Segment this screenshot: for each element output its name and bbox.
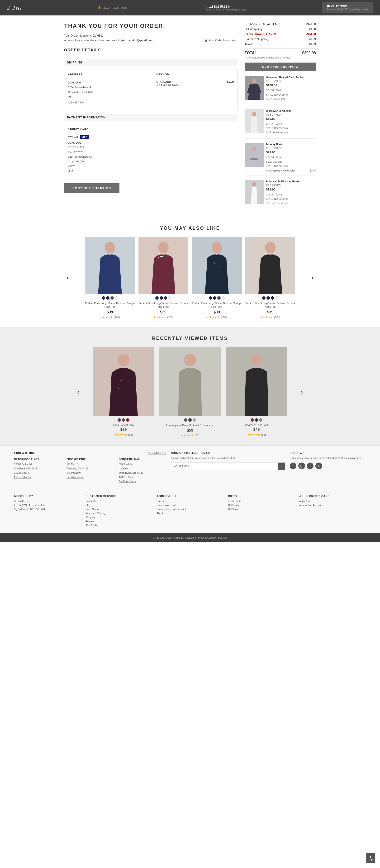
store-1-name: BEACHWOOD PLACE — [14, 457, 62, 462]
view-all-stores-link[interactable]: View All Stores > — [148, 452, 166, 455]
swatch-r1-1[interactable] — [117, 418, 121, 422]
swatch-r3-2[interactable] — [255, 418, 258, 422]
email-input[interactable] — [171, 463, 278, 470]
follow-title: FOLLOW US — [290, 452, 366, 455]
swatch-3-2[interactable] — [213, 296, 216, 300]
product-2-image — [138, 237, 188, 294]
footer-bottom: © The J.Jill Group. All Rights Reserved.… — [0, 533, 380, 542]
footer-nav-egift[interactable]: E-Gift Cards — [228, 500, 295, 502]
swatch-4-2[interactable] — [267, 296, 270, 300]
swatch-r2-3[interactable] — [193, 418, 196, 422]
product-card-2[interactable]: Perfect Pima Long-Sleeve Delicate Scoop-… — [138, 237, 188, 319]
svg-point-23 — [120, 379, 122, 381]
carousel-next-button[interactable]: › — [309, 272, 316, 284]
footer-nav-compassion[interactable]: Compassion Fund — [157, 504, 223, 506]
swatch-2-1[interactable] — [155, 296, 159, 300]
review-count-r1: (52) — [128, 433, 133, 436]
recently-card-2[interactable]: Lorem Ipsum Dolor Sit Amet Consectetur $… — [159, 347, 221, 437]
footer-nav-faqs[interactable]: FAQs — [85, 504, 152, 506]
privacy-link[interactable]: Privacy & Security — [197, 536, 216, 539]
recently-2-swatches — [159, 418, 221, 422]
store-3-directions[interactable]: Get Directions > — [119, 479, 166, 484]
swatch-4-4[interactable] — [275, 296, 278, 300]
swatch-r1-2[interactable] — [122, 418, 125, 422]
footer-nav-item-phone[interactable]: 📞 Call us at 1.888.555.1234 — [14, 508, 81, 510]
cc-name: JOHN DOE — [68, 141, 132, 145]
footer-nav-apply[interactable]: Apply Now — [299, 500, 366, 502]
swatch-4-3[interactable] — [271, 296, 274, 300]
swatch-2-3[interactable] — [164, 296, 167, 300]
swatch-2-4[interactable] — [168, 296, 171, 300]
store-2-directions[interactable]: Get Directions > — [67, 475, 114, 479]
method-content: STANDARD 4-7 Business Days — [157, 81, 178, 86]
swatch-3-4[interactable] — [221, 296, 225, 300]
swatch-r1-3[interactable] — [126, 418, 130, 422]
footer-nav-order-status[interactable]: Order Status — [85, 508, 152, 510]
svg-point-20 — [265, 242, 276, 253]
product-card-3[interactable]: Perfect Pima Long-Sleeve Delicate Scoop-… — [192, 237, 242, 319]
email-submit-button[interactable]: › — [278, 463, 285, 470]
footer-nav-about[interactable]: About Us — [157, 512, 223, 515]
pinterest-icon[interactable]: p — [315, 463, 322, 469]
gift-note: A gift receipt will be included with thi… — [245, 56, 316, 59]
recently-1-name: Long Perfect Tank — [93, 424, 154, 426]
store-1-directions[interactable]: Get Directions > — [14, 475, 62, 479]
footer-nav-returns[interactable]: Returns — [85, 520, 152, 523]
swatch-1-4[interactable] — [115, 296, 118, 300]
facebook-icon[interactable]: f — [290, 463, 297, 469]
continue-shopping-button-left[interactable]: CONTINUE SHOPPING — [64, 183, 119, 193]
swatch-3-1[interactable] — [209, 296, 212, 300]
payment-section: PAYMENT INFORMATION CREDIT CARD ****4573… — [64, 114, 238, 177]
phone-number[interactable]: 1.888.555.1234 — [209, 5, 231, 8]
footer-nav-account[interactable]: Access Your Account — [299, 504, 366, 506]
recently-prev-button[interactable]: ‹ — [75, 386, 82, 398]
item-4-info: Pointe Knit Slim-Leg Pants RESERVED $79.… — [266, 180, 316, 206]
swatch-4-1[interactable] — [262, 296, 266, 300]
store-1: BEACHWOOD PLACE 26300 Cedar Rd. Clevelan… — [14, 457, 62, 484]
carousel-prev-button[interactable]: ‹ — [64, 272, 71, 284]
swatch-1-3[interactable] — [110, 296, 114, 300]
swatch-2-2[interactable] — [160, 296, 163, 300]
left-content: THANK YOU FOR YOUR ORDER! Your Order Num… — [64, 23, 238, 210]
item-1-info: Wearever Pleated-Back Jacket RESERVED $1… — [266, 76, 316, 101]
product-card-1[interactable]: Perfect Pima Long-Sleeve Delicate Scoop-… — [85, 237, 135, 319]
twitter-icon[interactable]: t — [307, 463, 313, 469]
address-box: ADDRESS JOHN DOE 1234 Somewhere St. Croy… — [64, 69, 149, 109]
recently-card-3[interactable]: Wearever Long Tank $49 ★★★★★ (52) — [226, 347, 287, 437]
footer-nav-giftcards[interactable]: Gift Cards — [228, 504, 295, 506]
stars-icon-1: ★★★★★ — [100, 316, 113, 319]
swatch-1-1[interactable] — [102, 296, 105, 300]
footer-nav-careers[interactable]: Careers — [157, 500, 223, 502]
swatch-r2-2[interactable] — [188, 418, 192, 422]
recently-card-1[interactable]: Long Perfect Tank $29 ★★★★★ (52) — [93, 347, 154, 437]
item-4-details: COLOR: White STYLE NO: 15086W SIZE: Miss… — [266, 193, 316, 206]
swatch-r3-3[interactable] — [259, 418, 263, 422]
footer-nav-size-guide[interactable]: Size Guide — [85, 524, 152, 527]
product-3-name: Perfect Pima Long-Sleeve Delicate Scoop-… — [192, 302, 242, 309]
continue-shopping-button-sidebar[interactable]: CONTINUE SHOPPING — [245, 63, 316, 71]
swatch-r2-1[interactable] — [184, 418, 187, 422]
logo[interactable]: J.Jill — [7, 4, 22, 11]
footer-nav-california[interactable]: California Transparency Act — [157, 508, 223, 510]
swatch-1-2[interactable] — [106, 296, 109, 300]
sitemap-link[interactable]: Site Map — [218, 536, 227, 539]
address-line1: 1234 Somewhere St. — [68, 85, 145, 90]
footer-nav-catalog[interactable]: Request a Catalog — [85, 512, 152, 515]
swatch-3-3[interactable] — [217, 296, 221, 300]
chat-info[interactable]: 💬 CHAT NOW 8 am to midnight ET seven day… — [322, 2, 373, 13]
footer-nav-col-3: ABOUT J.JILL Careers Compassion Fund Cal… — [157, 495, 223, 528]
item-1-image — [245, 76, 264, 100]
footer-nav-item-chat[interactable]: 💬 Chat With A Representative › — [14, 504, 81, 506]
print-link[interactable]: 🖨 Print Order Information — [205, 39, 238, 42]
footer-nav-contact[interactable]: Contact Us — [85, 500, 152, 502]
footer-nav-item-email[interactable]: ✉ Email Us › — [14, 500, 81, 502]
cc-addr2: Croysville, OH — [68, 159, 132, 164]
instagram-icon[interactable]: ◯ — [298, 463, 305, 469]
product-3-image — [192, 237, 242, 294]
footer-nav-giftservices[interactable]: Gift Services — [228, 508, 295, 510]
swatch-r3-1[interactable] — [250, 418, 254, 422]
footer-nav-shipping[interactable]: Shipping — [85, 516, 152, 519]
recently-next-button[interactable]: › — [298, 386, 305, 398]
phone-icon: 📞 — [205, 5, 208, 8]
product-card-4[interactable]: Perfect Pima Long-Sleeve Delicate Scoop-… — [245, 237, 295, 319]
